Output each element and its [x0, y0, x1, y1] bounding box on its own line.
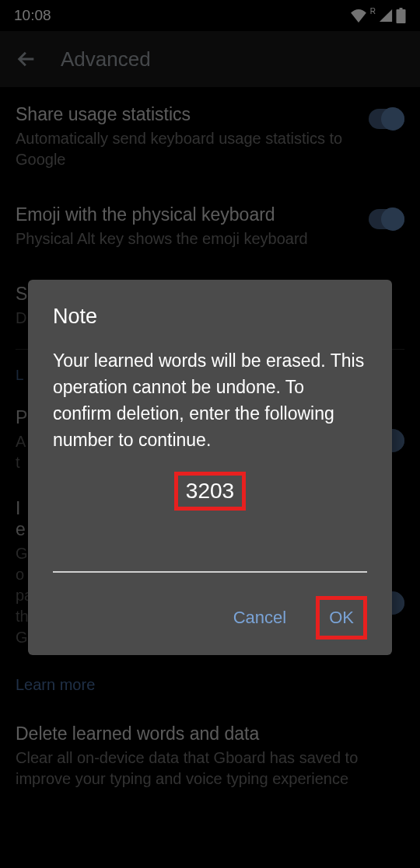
confirm-dialog: Note Your learned words will be erased. … [28, 280, 392, 655]
cancel-button[interactable]: Cancel [226, 601, 294, 634]
ok-highlight: OK [316, 596, 367, 640]
ok-button[interactable]: OK [321, 601, 362, 634]
dialog-body: Your learned words will be erased. This … [53, 347, 367, 453]
dialog-actions: Cancel OK [53, 596, 367, 640]
dialog-title: Note [53, 305, 367, 329]
confirm-input[interactable] [53, 542, 367, 573]
confirm-number: 3203 [174, 472, 246, 511]
